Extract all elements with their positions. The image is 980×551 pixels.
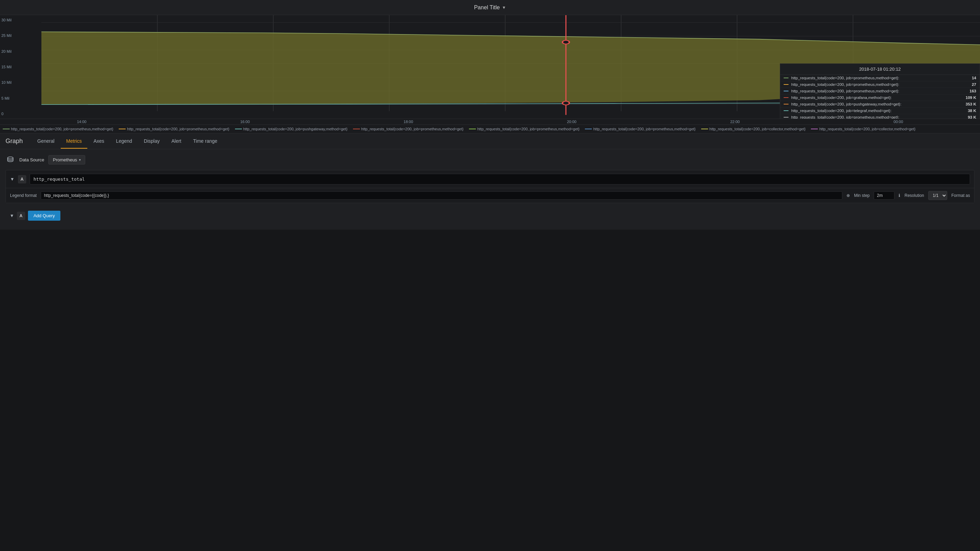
min-step-info-icon: ℹ — [899, 193, 900, 198]
legend-item[interactable]: http_requests_total{code=200, job=collec… — [811, 127, 915, 131]
tooltip-row: http_requests_total{code=200, job=promet… — [780, 81, 980, 88]
toggle-icon: ▼ — [10, 176, 14, 182]
tooltip-panel: 2018-07-18 01:20:12 http_requests_total{… — [780, 64, 980, 119]
x-axis-labels: 14:00 16:00 18:00 20:00 22:00 00:00 — [0, 119, 980, 124]
legend-item[interactable]: http_requests_total{code=200, job=collec… — [701, 127, 806, 131]
legend-color-swatch — [585, 129, 592, 129]
tooltip-row-label: http_requests_total{code=200, job=promet… — [791, 89, 966, 93]
tooltip-row-label: http_requests_total{code=200, job=grafan… — [791, 95, 962, 100]
collapse-toggle[interactable]: ▼ — [10, 213, 14, 218]
legend-format-label: Legend format — [10, 193, 37, 198]
y-label-0: 0 — [2, 112, 11, 116]
tooltip-row-value: 163 — [970, 89, 976, 93]
x-label-1400: 14:00 — [77, 120, 87, 124]
query-letter-a: A — [18, 175, 26, 183]
legend-label: http_requests_total{code=200, job=promet… — [361, 127, 463, 131]
query-toggle[interactable]: ▼ — [10, 176, 14, 182]
min-step-label: Min step — [854, 193, 870, 198]
x-label-2000: 20:00 — [567, 120, 577, 124]
legend-area: http_requests_total{code=200, job=promet… — [0, 124, 980, 133]
tooltip-row-value: 27 — [972, 83, 976, 87]
legend-label: http_requests_total{code=200, job=collec… — [710, 127, 806, 131]
legend-label: http_requests_total{code=200, job=promet… — [477, 127, 579, 131]
legend-label: http_requests_total{code=200, job=promet… — [593, 127, 695, 131]
tooltip-row-label: http_requests_total{code=200, job=promet… — [791, 76, 968, 80]
tooltip-row: http_requests_total{code=200, job=grafan… — [780, 94, 980, 101]
add-query-button[interactable]: Add Query — [28, 211, 60, 221]
panel-title[interactable]: Panel Title ▼ — [474, 5, 506, 11]
tooltip-row-label: http_requests_total{code=200, job=telegr… — [791, 109, 964, 113]
tooltip-rows: http_requests_total{code=200, job=promet… — [780, 75, 980, 119]
legend-color-swatch — [811, 129, 818, 129]
legend-item[interactable]: http_requests_total{code=200, job=pushga… — [235, 127, 347, 131]
y-label-25m: 25 Mil — [2, 33, 11, 38]
svg-point-16 — [562, 40, 570, 44]
tooltip-row-label: http_requests_total{code=200, job=promet… — [791, 83, 968, 87]
legend-label: http_requests_total{code=200, job=promet… — [11, 127, 113, 131]
tab-time-range[interactable]: Time range — [188, 134, 223, 149]
tooltip-row-color — [784, 117, 789, 118]
panel-title-caret: ▼ — [502, 5, 506, 10]
tooltip-row: http_requests_total{code=200, job=promet… — [780, 88, 980, 94]
legend-format-info-icon: ⊕ — [846, 193, 850, 198]
tab-metrics[interactable]: Metrics — [61, 134, 87, 149]
tooltip-row-label: http_requests_total{code=200, job=pushga… — [791, 102, 962, 106]
tooltip-row-color — [784, 91, 789, 91]
panel-header: Panel Title ▼ — [0, 0, 980, 15]
legend-item[interactable]: http_requests_total{code=200, job=promet… — [353, 127, 463, 131]
datasource-value: Prometheus — [53, 157, 77, 162]
resolution-select[interactable]: 1/1 1/2 1/3 — [928, 191, 947, 200]
legend-item[interactable]: http_requests_total{code=200, job=promet… — [119, 127, 229, 131]
legend-item[interactable]: http_requests_total{code=200, job=promet… — [3, 127, 113, 131]
panel-title-text: Panel Title — [474, 5, 500, 11]
tooltip-row-color — [784, 78, 789, 78]
tab-bar: Graph General Metrics Axes Legend Displa… — [0, 133, 980, 149]
x-label-2200: 22:00 — [730, 120, 740, 124]
y-axis-labels: 30 Mil 25 Mil 20 Mil 15 Mil 10 Mil 5 Mil… — [0, 15, 13, 119]
tooltip-row: http_requests_total{code=200, job=promet… — [780, 114, 980, 119]
query-expression-input[interactable] — [30, 174, 970, 184]
datasource-label: Data Source — [19, 157, 44, 162]
tooltip-row-value: 14 — [972, 76, 976, 80]
resolution-label: Resolution — [904, 193, 924, 198]
add-query-row: ▼ A Add Query — [6, 207, 974, 224]
tooltip-row-label: http_requests_total{code=200, job=promet… — [791, 115, 964, 119]
tooltip-row: http_requests_total{code=200, job=pushga… — [780, 101, 980, 108]
tooltip-row-value: 353 K — [966, 102, 976, 106]
tab-axes[interactable]: Axes — [88, 134, 110, 149]
collapse-letter: A — [17, 212, 25, 220]
legend-color-swatch — [119, 129, 126, 129]
legend-color-swatch — [3, 129, 10, 129]
query-area: Data Source Prometheus ▾ ▼ A Legend form… — [0, 149, 980, 230]
tab-alert[interactable]: Alert — [166, 134, 187, 149]
tab-legend[interactable]: Legend — [110, 134, 138, 149]
y-label-20m: 20 Mil — [2, 49, 11, 54]
x-label-0000: 00:00 — [894, 120, 904, 124]
y-label-15m: 15 Mil — [2, 65, 11, 69]
chart-canvas[interactable]: 30 Mil 25 Mil 20 Mil 15 Mil 10 Mil 5 Mil… — [0, 15, 980, 119]
tooltip-row-color — [784, 110, 789, 111]
tab-general[interactable]: General — [32, 134, 60, 149]
legend-item[interactable]: http_requests_total{code=200, job=promet… — [585, 127, 695, 131]
legend-label: http_requests_total{code=200, job=pushga… — [243, 127, 347, 131]
legend-label: http_requests_total{code=200, job=promet… — [127, 127, 229, 131]
tab-display[interactable]: Display — [138, 134, 165, 149]
svg-point-18 — [8, 157, 13, 159]
y-label-5m: 5 Mil — [2, 96, 11, 100]
min-step-input[interactable] — [874, 191, 894, 200]
database-icon — [6, 155, 15, 165]
section-label: Graph — [6, 138, 23, 145]
datasource-dropdown[interactable]: Prometheus ▾ — [48, 155, 85, 165]
legend-color-swatch — [469, 129, 476, 129]
legend-color-swatch — [701, 129, 708, 129]
tooltip-row-value: 109 K — [966, 95, 976, 100]
legend-item[interactable]: http_requests_total{code=200, job=promet… — [469, 127, 579, 131]
legend-color-swatch — [235, 129, 242, 129]
chart-area: 30 Mil 25 Mil 20 Mil 15 Mil 10 Mil 5 Mil… — [0, 15, 980, 133]
query-options-row: Legend format ⊕ Min step ℹ Resolution 1/… — [6, 188, 974, 203]
x-label-1600: 16:00 — [240, 120, 250, 124]
legend-format-input[interactable] — [41, 191, 842, 200]
legend-label: http_requests_total{code=200, job=collec… — [819, 127, 915, 131]
tooltip-row: http_requests_total{code=200, job=promet… — [780, 75, 980, 81]
tooltip-row-value: 38 K — [968, 109, 976, 113]
